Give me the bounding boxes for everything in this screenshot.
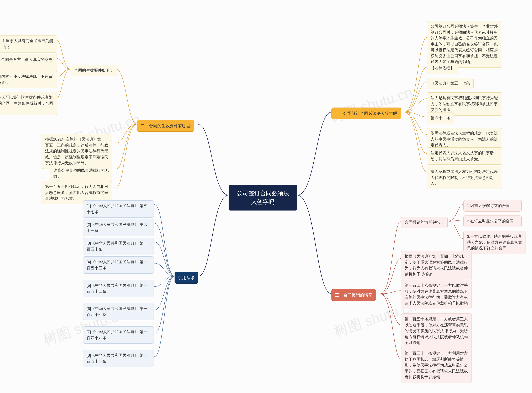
- branch1-item-6[interactable]: 法定代表人以法人名义从事的民事活动，其法律后果由法人承受。: [427, 147, 502, 165]
- branch3-item2-3[interactable]: 第一百五十一条规定，一方利用对方处于危困状态、缺乏判断能力等情形，致使民事法律行…: [401, 348, 472, 383]
- branch1-label: 一、公司签订合同必须法人签字吗: [335, 111, 397, 116]
- text: 4.当事人可以签订附生效条件或者附期限的合同。生效条件成就时，合同生效。: [0, 95, 53, 111]
- branch3-item2-0[interactable]: 根据《民法典》第一百四十七条规定，基于重大误解实施的民事法律行为，行为人有权请求…: [401, 251, 472, 280]
- text: [7]《中华人民共和国民法典》 第一百四十八条: [87, 330, 147, 340]
- branch4[interactable]: 引用法条: [175, 272, 198, 284]
- text: [5]《中华人民共和国民法典》 第一百五十四条: [87, 283, 147, 294]
- text: 3.合同内容不违反法律法规、不违背公序良俗；: [0, 74, 53, 85]
- text: 第一百五十一条规定，一方利用对方处于危困状态、缺乏判断能力等情形，致使民事法律行…: [405, 351, 468, 379]
- text: 公司签订合同必须法人签字，企业对外签订合同时，必须由法人代表或其授权的人签字才能…: [431, 24, 498, 64]
- branch4-item-3[interactable]: [4]《中华人民共和国民法典》 第一百五十三条: [83, 256, 154, 274]
- branch2-label: 二、合同的生效要件有哪些: [141, 123, 191, 128]
- text: [3]《中华人民共和国民法典》 第一百五十条: [87, 241, 147, 251]
- branch4-item-6[interactable]: [7]《中华人民共和国民法典》 第一百四十八条: [83, 326, 154, 344]
- branch1-item-1[interactable]: 【法律依据】: [427, 63, 458, 74]
- text: 1.因重大误解订立的合同: [467, 203, 510, 208]
- text: 合同的生效要件如下：: [74, 68, 114, 73]
- branch3-item2-1[interactable]: 第一百四十八条规定，一方以欺诈手段，使对方在违背真实意思的情况下实施的民事法律行…: [401, 280, 472, 309]
- text: 2.在订立时显失公平的合同: [467, 219, 514, 223]
- text: 1.当事人具有完全民事行为能力；: [2, 39, 53, 49]
- text: [8]《中华人民共和国民法典》 第一百五十一条: [87, 353, 147, 364]
- text: 第一百五十四条规定，行为人与相对人恶意串通，损害他人合法权益的民事法律行为无效。: [45, 184, 108, 201]
- branch1-item-0[interactable]: 公司签订合同必须法人签字，企业对外签订合同时，必须由法人代表或其授权的人签字才能…: [427, 21, 502, 68]
- branch4-item-1[interactable]: [2]《中华人民共和国民法典》 第六十一条: [83, 219, 154, 236]
- branch2-sub1-item-1[interactable]: 2.签订合同是各方当事人真实的意思表示；: [0, 54, 57, 71]
- branch2-item2-1[interactable]: 违背公序良俗的民事法律行为无效。: [50, 165, 112, 182]
- text: 【法律依据】: [431, 66, 454, 70]
- root-label: 公司签订合同必须法人签字吗: [237, 190, 289, 205]
- branch1-item-3[interactable]: 法人是具有民事权利能力和民事行为能力，依法独立享有民事权利和承担民事义务的组织。: [427, 92, 502, 116]
- branch1-item-7[interactable]: 法人章程或者法人权力机构对法定代表人代表权的限制，不得对抗善意相对人。: [427, 166, 502, 189]
- text: 违背公序良俗的民事法律行为无效。: [53, 168, 109, 179]
- branch3-sub1-item-2[interactable]: 3.一方以欺诈、胁迫的手段或者乘人之危，使对方在违背真实意思的情况下订立的合同: [463, 231, 526, 254]
- branch2-item2-0[interactable]: 根据2021年实施的《民法典》第一百五十三条的规定，违反法律、行政法规的强制性规…: [42, 134, 112, 169]
- watermark: 树图 shutu.cn: [327, 83, 415, 127]
- text: [6]《中华人民共和国民法典》 第一百四十七条: [87, 306, 147, 317]
- branch4-item-4[interactable]: [5]《中华人民共和国民法典》 第一百五十四条: [83, 280, 154, 297]
- branch2-sub1[interactable]: 合同的生效要件如下：: [71, 65, 117, 76]
- text: 法定代表人以法人名义从事的民事活动，其法律后果由法人承受。: [431, 151, 494, 161]
- text: 《民法典》第五十七条: [431, 81, 470, 85]
- text: 法人章程或者法人权力机构对法定代表人代表权的限制，不得对抗善意相对人。: [431, 169, 498, 186]
- text: 法人是具有民事权利能力和民事行为能力，依法独立享有民事权利和承担民事义务的组织。: [431, 96, 498, 112]
- branch2[interactable]: 二、合同的生效要件有哪些: [137, 120, 194, 132]
- branch2-sub1-item-0[interactable]: 1.当事人具有完全民事行为能力；: [0, 35, 57, 53]
- text: 根据《民法典》第一百四十七条规定，基于重大误解实施的民事法律行为，行为人有权请求…: [405, 254, 468, 276]
- text: 3.一方以欺诈、胁迫的手段或者乘人之危，使对方在违背真实意思的情况下订立的合同: [467, 234, 522, 250]
- branch4-item-0[interactable]: [1]《中华人民共和国民法典》 第五十七条: [83, 200, 154, 218]
- branch3-sub1-item-0[interactable]: 1.因重大误解订立的合同: [463, 200, 522, 211]
- branch4-label: 引用法条: [178, 275, 195, 280]
- branch3-item2-2[interactable]: 第一百五十条规定，一方或者第三人以胁迫手段，使对方在违背真实意思的情况下实施的民…: [401, 314, 472, 349]
- branch1[interactable]: 一、公司签订合同必须法人签字吗: [331, 108, 401, 119]
- branch3[interactable]: 三、合同撤销的情形: [331, 289, 376, 301]
- text: [4]《中华人民共和国民法典》 第一百五十三条: [87, 260, 147, 270]
- branch2-sub1-item-3[interactable]: 4.当事人可以签订附生效条件或者附期限的合同。生效条件成就时，合同生效。: [0, 92, 57, 115]
- branch4-item-7[interactable]: [8]《中华人民共和国民法典》 第一百五十一条: [83, 350, 154, 367]
- text: 2.签订合同是各方当事人真实的意思表示；: [0, 57, 53, 68]
- branch1-item-4[interactable]: 第六十一条: [427, 113, 454, 124]
- branch3-sub1[interactable]: 合同撤销的情形包括：: [401, 217, 448, 228]
- text: 合同撤销的情形包括：: [405, 220, 444, 224]
- text: 第一百四十八条规定，一方以欺诈手段，使对方在违背真实意思的情况下实施的民事法律行…: [405, 283, 468, 305]
- text: 第六十一条: [431, 116, 450, 120]
- text: [1]《中华人民共和国民法典》 第五十七条: [87, 204, 147, 214]
- branch3-label: 三、合同撤销的情形: [335, 293, 372, 297]
- root-node[interactable]: 公司签订合同必须法人签字吗: [229, 185, 297, 211]
- text: 依照法律或者法人章程的规定，代表法人从事民事活动的负责人，为法人的法定代表人。: [431, 131, 498, 147]
- branch3-sub1-item-1[interactable]: 2.在订立时显失公平的合同: [463, 216, 522, 227]
- branch2-sub1-item-2[interactable]: 3.合同内容不违反法律法规、不违背公序良俗；: [0, 71, 57, 88]
- branch4-item-2[interactable]: [3]《中华人民共和国民法典》 第一百五十条: [83, 238, 154, 255]
- branch1-item-2[interactable]: 《民法典》第五十七条: [427, 78, 474, 89]
- branch4-item-5[interactable]: [6]《中华人民共和国民法典》 第一百四十七条: [83, 303, 154, 320]
- text: 第一百五十条规定，一方或者第三人以胁迫手段，使对方在违背真实意思的情况下实施的民…: [405, 317, 468, 345]
- text: [2]《中华人民共和国民法典》 第六十一条: [87, 222, 147, 233]
- text: 根据2021年实施的《民法典》第一百五十三条的规定，违反法律、行政法规的强制性规…: [45, 137, 108, 165]
